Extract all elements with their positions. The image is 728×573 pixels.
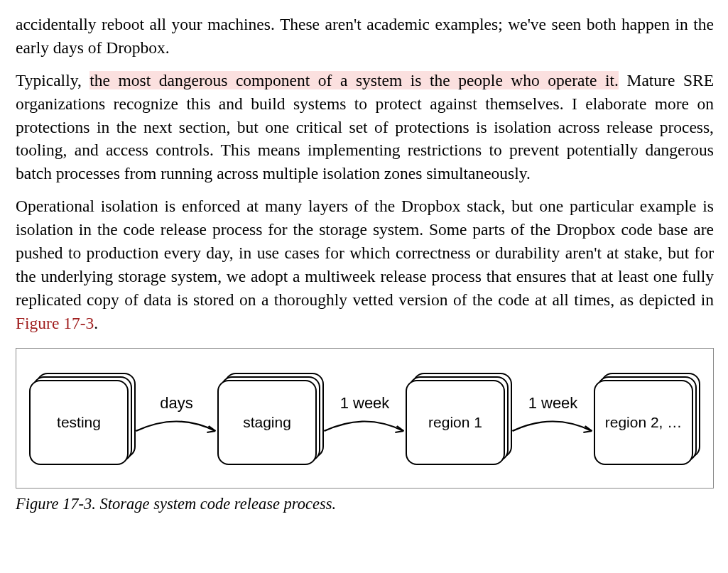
stage-label: testing — [57, 412, 101, 432]
para3-post: . — [94, 314, 98, 332]
stage-region-2: region 2, … — [594, 373, 700, 465]
para2-highlight: the most dangerous component of a system… — [89, 71, 619, 89]
arrow-icon — [511, 420, 595, 441]
connector-1: days — [134, 373, 219, 465]
arrow-icon — [322, 420, 407, 441]
connector-2: 1 week — [322, 373, 407, 465]
connector-label: 1 week — [340, 393, 390, 415]
stage-label: region 1 — [428, 412, 482, 432]
arrow-icon — [134, 420, 219, 441]
stage-label: staging — [243, 412, 291, 432]
stage-testing: testing — [29, 373, 136, 465]
figure-box: testing days staging 1 week — [16, 348, 714, 489]
stage-region-1: region 1 — [406, 373, 512, 465]
release-flow-diagram: testing days staging 1 week — [29, 373, 700, 465]
paragraph-1: accidentally reboot all your machines. T… — [16, 13, 714, 60]
para2-pre: Typically, — [16, 71, 89, 89]
connector-3: 1 week — [511, 373, 595, 465]
stage-label: region 2, … — [605, 412, 683, 432]
figure-caption: Figure 17-3. Storage system code release… — [16, 493, 714, 515]
connector-label: days — [160, 393, 192, 415]
para3-pre: Operational isolation is enforced at man… — [16, 197, 714, 309]
paragraph-2: Typically, the most dangerous component … — [16, 69, 714, 185]
connector-label: 1 week — [528, 393, 578, 415]
stack-card-front: staging — [217, 380, 317, 465]
stack-card-front: testing — [29, 380, 129, 465]
stack-card-front: region 1 — [406, 380, 505, 465]
figure-reference-link[interactable]: Figure 17-3 — [16, 314, 94, 332]
stage-staging: staging — [217, 373, 324, 465]
stack-card-front: region 2, … — [594, 380, 693, 465]
paragraph-3: Operational isolation is enforced at man… — [16, 195, 714, 334]
